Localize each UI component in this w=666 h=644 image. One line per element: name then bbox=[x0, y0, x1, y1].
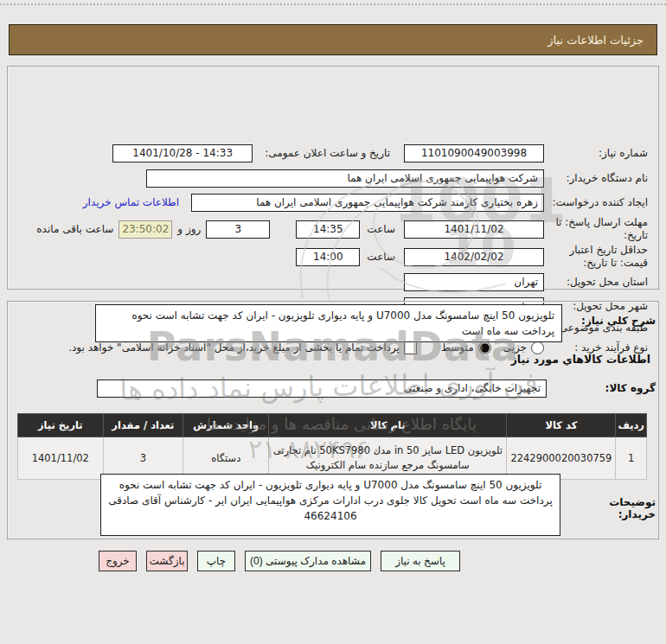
back-button[interactable]: بازگشت bbox=[146, 551, 188, 571]
remaining-timer: 23:50:02 bbox=[118, 220, 172, 239]
buyer-org-row: نام دستگاه خریدار: شرکت هواپیمایی جمهوری… bbox=[18, 169, 648, 188]
need-details-page: جزئیات اطلاعات نیاز شماره نیاز: 11010900… bbox=[0, 0, 666, 644]
buyer-notes-box[interactable]: تلویزیون 50 اینچ سامسونگ مدل U7000 و پای… bbox=[100, 474, 560, 536]
need-desc-box[interactable]: تلویزیون 50 اینچ سامسونگ مدل U7000 و پای… bbox=[95, 304, 562, 342]
items-table-header-row: ردیف کد کالا نام کالا واحد شمارش تعداد /… bbox=[18, 414, 647, 437]
buyer-notes-row: توضیحات خریدار: تلویزیون 50 اینچ سامسونگ… bbox=[10, 474, 656, 536]
need-number-field[interactable]: 1101090049003998 bbox=[404, 144, 544, 163]
creator-label: ایجاد کننده درخواست: bbox=[551, 196, 648, 209]
deadline-row: مهلت ارسال پاسخ: تا تاریخ: 1401/11/02 سا… bbox=[18, 214, 648, 244]
col-quantity: تعداد / مقدار bbox=[103, 414, 183, 437]
buyer-org-label: نام دستگاه خریدار: bbox=[551, 172, 648, 185]
validity-hour-label: ساعت bbox=[367, 251, 395, 264]
goods-group-field[interactable]: تجهیزات خانگی، اداری و صنعتی bbox=[97, 379, 547, 398]
buyer-org-field[interactable]: شرکت هواپیمایی جمهوری اسلامی ایران هما bbox=[146, 169, 544, 188]
remaining-days-field[interactable]: 3 bbox=[206, 220, 270, 239]
need-desc-label: شرح كلي نياز: bbox=[569, 304, 656, 327]
col-need-date: تاریخ نیاز bbox=[18, 414, 104, 437]
exit-button[interactable]: خروج bbox=[99, 551, 137, 571]
items-section-heading: اطلاعات کالاهاي مورد نياز bbox=[511, 353, 650, 366]
province-field[interactable]: تهران bbox=[404, 273, 544, 291]
page-title-bar: جزئیات اطلاعات نیاز bbox=[9, 24, 657, 55]
col-row-number: ردیف bbox=[616, 414, 647, 437]
need-number-label: شماره نیاز: bbox=[551, 147, 648, 160]
need-number-row: شماره نیاز: 1101090049003998 تاریخ و ساع… bbox=[18, 143, 648, 163]
col-item-code: کد کالا bbox=[507, 414, 616, 437]
validity-time-field[interactable]: 14:00 bbox=[296, 248, 360, 266]
deadline-time-field[interactable]: 14:35 bbox=[296, 220, 360, 239]
deadline-hour-label: ساعت bbox=[367, 223, 395, 236]
remaining-hours-label: ساعت باقی مانده bbox=[36, 223, 113, 236]
province-row: استان محل تحویل: تهران bbox=[18, 272, 648, 291]
action-buttons: پاسخ به نیاز مشاهده مدارک پیوستی (0) چاپ… bbox=[99, 551, 460, 571]
buyer-notes-label: توضیحات خریدار: bbox=[569, 474, 656, 520]
price-validity-row: حداقل تاریخ اعتبار قیمت: تا تاریخ: 1402/… bbox=[18, 242, 648, 271]
creator-field[interactable]: زهره بختیاری کارمند شرکت هواپیمایی جمهور… bbox=[191, 194, 544, 212]
top-dotted-divider bbox=[0, 3, 666, 5]
page-title: جزئیات اطلاعات نیاز bbox=[548, 34, 644, 47]
col-unit: واحد شمارش bbox=[183, 414, 269, 437]
creator-row: ایجاد کننده درخواست: زهره بختیاری کارمند… bbox=[18, 193, 648, 212]
deadline-label: مهلت ارسال پاسخ: تا تاریخ: bbox=[551, 216, 648, 242]
items-table: ردیف کد کالا نام کالا واحد شمارش تعداد /… bbox=[17, 413, 647, 480]
respond-button[interactable]: پاسخ به نیاز bbox=[381, 551, 460, 571]
province-label: استان محل تحویل: bbox=[551, 276, 648, 289]
view-attachments-button[interactable]: مشاهده مدارک پیوستی (0) bbox=[245, 551, 371, 571]
print-button[interactable]: چاپ bbox=[197, 551, 235, 571]
validity-label: حداقل تاریخ اعتبار قیمت: تا تاریخ: bbox=[551, 244, 648, 270]
announce-datetime-field[interactable]: 1401/10/28 - 14:33 bbox=[112, 144, 253, 163]
validity-date-field[interactable]: 1402/02/02 bbox=[404, 248, 544, 266]
days-and-label: روز و bbox=[177, 223, 201, 236]
deadline-date-field[interactable]: 1401/11/02 bbox=[404, 220, 544, 239]
col-item-name: نام کالا bbox=[269, 414, 507, 437]
goods-group-row: گروه کالا: تجهیزات خانگی، اداری و صنعتی bbox=[10, 379, 656, 398]
general-info-panel: شماره نیاز: 1101090049003998 تاریخ و ساع… bbox=[7, 66, 659, 290]
goods-group-label: گروه کالا: bbox=[569, 382, 656, 394]
need-desc-row: شرح كلي نياز: تلویزیون 50 اینچ سامسونگ م… bbox=[10, 304, 656, 342]
announce-label: تاریخ و ساعت اعلان عمومی: bbox=[265, 147, 390, 160]
buyer-contact-link[interactable]: اطلاعات تماس خریدار bbox=[83, 196, 179, 208]
